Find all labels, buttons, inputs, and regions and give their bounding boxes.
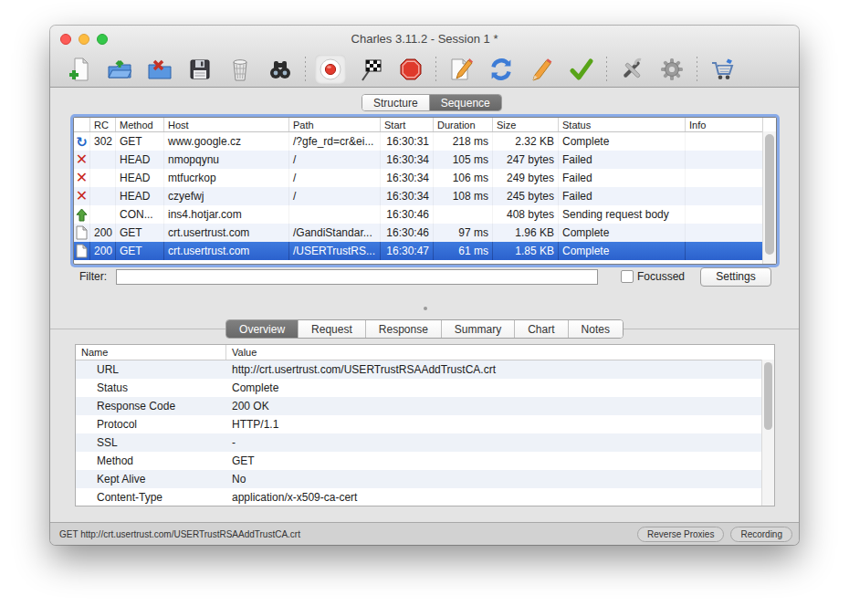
table-row-selected[interactable]: 200 GET crt.usertrust.com /USERTrustRS..… — [74, 242, 776, 260]
cell-rc — [90, 187, 116, 205]
throttle-button[interactable] — [359, 57, 383, 81]
cell-path — [289, 205, 381, 224]
settings-button[interactable] — [660, 57, 684, 81]
tools-button[interactable] — [620, 57, 644, 81]
overview-scrollbar[interactable] — [761, 360, 774, 506]
window-chrome: Charles 3.11.2 - Session 1 * — [50, 26, 799, 88]
tab-structure[interactable]: Structure — [362, 95, 429, 110]
column-header-duration[interactable]: Duration — [434, 118, 493, 131]
table-row[interactable]: ✕ HEAD nmopqynu / 16:30:34 105 ms 247 by… — [74, 151, 776, 169]
table-row[interactable]: CON... ins4.hotjar.com 16:30:46 408 byte… — [74, 205, 776, 224]
filter-row: Filter: Focussed Settings — [50, 266, 799, 287]
breakpoints-button[interactable] — [399, 57, 423, 81]
clear-session-button[interactable] — [228, 57, 252, 81]
column-header-status[interactable]: Status — [559, 118, 686, 131]
overview-row[interactable]: Method GET — [76, 452, 774, 470]
overview-scrollbar-thumb[interactable] — [764, 362, 772, 430]
save-session-button[interactable] — [188, 57, 212, 81]
table-row[interactable]: ↻ 302 GET www.google.cz /?gfe_rd=cr&ei..… — [74, 132, 776, 151]
shop-button[interactable] — [710, 57, 734, 81]
open-session-button[interactable] — [108, 57, 131, 81]
toolbar-separator — [435, 57, 436, 82]
app-window: Charles 3.11.2 - Session 1 * St — [50, 26, 799, 545]
overview-table: Name Value URL http://crt.usertrust.com/… — [75, 344, 775, 506]
cell-size: 2.32 KB — [493, 132, 559, 151]
tab-request[interactable]: Request — [298, 320, 365, 338]
cell-method: GET — [116, 132, 164, 151]
overview-row[interactable]: Response Code 200 OK — [76, 397, 774, 415]
tab-notes[interactable]: Notes — [568, 320, 623, 338]
column-header-info[interactable]: Info — [686, 118, 762, 131]
detail-tabbar: Overview Request Response Summary Chart … — [50, 319, 799, 339]
document-icon — [76, 244, 88, 258]
cell-status: Failed — [559, 169, 686, 187]
cell-path: / — [289, 169, 381, 187]
cell-method: HEAD — [116, 151, 164, 169]
column-header-rc[interactable]: RC — [90, 118, 116, 131]
overview-row[interactable]: Kept Alive No — [76, 470, 774, 488]
cell-host: crt.usertrust.com — [164, 224, 289, 242]
cell-duration: 61 ms — [434, 242, 493, 260]
document-icon — [76, 225, 88, 240]
cell-size: 1.85 KB — [493, 242, 559, 260]
tab-response[interactable]: Response — [365, 320, 441, 338]
filter-input[interactable] — [116, 269, 598, 285]
focussed-checkbox[interactable] — [621, 270, 634, 283]
close-session-button[interactable] — [148, 57, 172, 81]
tab-overview[interactable]: Overview — [226, 320, 298, 338]
table-scrollbar-thumb[interactable] — [765, 134, 774, 255]
cell-start: 16:30:31 — [381, 132, 434, 151]
column-header-value[interactable]: Value — [226, 345, 774, 360]
cell-path: /?gfe_rd=cr&ei... — [289, 132, 381, 151]
record-button[interactable] — [315, 55, 346, 84]
table-scrollbar[interactable] — [762, 131, 776, 264]
cell-duration: 218 ms — [434, 132, 493, 151]
column-header-icon[interactable] — [74, 118, 90, 131]
cell-rc: 200 — [90, 224, 116, 242]
toolbar — [50, 52, 799, 87]
binoculars-icon — [268, 57, 292, 81]
edit-button[interactable] — [529, 57, 553, 81]
cell-start: 16:30:34 — [381, 151, 434, 169]
row-value: application/x-x509-ca-cert — [226, 488, 774, 506]
column-header-name[interactable]: Name — [76, 345, 226, 360]
filter-settings-button[interactable]: Settings — [700, 267, 771, 287]
sequence-table-header: RC Method Host Path Start Duration Size … — [74, 118, 776, 132]
filter-label: Filter: — [79, 270, 107, 283]
overview-row[interactable]: URL http://crt.usertrust.com/USERTrustRS… — [76, 360, 774, 379]
cell-start: 16:30:34 — [381, 169, 434, 187]
toolbar-separator — [606, 57, 607, 82]
tab-sequence[interactable]: Sequence — [429, 95, 501, 110]
column-header-method[interactable]: Method — [116, 118, 164, 131]
table-row[interactable]: ✕ HEAD czyefwj / 16:30:34 108 ms 245 byt… — [74, 187, 776, 205]
sequence-table: RC Method Host Path Start Duration Size … — [73, 117, 777, 265]
cell-rc — [90, 205, 116, 224]
row-value: GET — [226, 452, 774, 470]
splitter-handle[interactable] — [424, 307, 427, 310]
repeat-button[interactable] — [489, 57, 513, 81]
column-header-size[interactable]: Size — [493, 118, 559, 131]
table-row[interactable]: ✕ HEAD mtfucrkop / 16:30:34 106 ms 249 b… — [74, 169, 776, 187]
overview-row[interactable]: Protocol HTTP/1.1 — [76, 415, 774, 433]
row-name: SSL — [76, 433, 226, 452]
compose-button[interactable] — [449, 57, 473, 81]
column-header-host[interactable]: Host — [164, 118, 289, 131]
new-session-button[interactable] — [68, 57, 91, 81]
tab-chart[interactable]: Chart — [514, 320, 567, 338]
column-header-start[interactable]: Start — [381, 118, 434, 131]
cell-duration: 108 ms — [434, 187, 493, 205]
shopping-cart-icon — [710, 57, 734, 81]
cell-status: Complete — [559, 224, 686, 242]
table-row[interactable]: 200 GET crt.usertrust.com /GandiStandar.… — [74, 224, 776, 242]
overview-row[interactable]: SSL - — [76, 433, 774, 452]
cell-size: 249 bytes — [493, 169, 559, 187]
row-name: Kept Alive — [76, 470, 226, 488]
pencil-icon — [529, 57, 553, 81]
validate-button[interactable] — [570, 57, 593, 81]
overview-row[interactable]: Content-Type application/x-x509-ca-cert — [76, 488, 774, 506]
tab-summary[interactable]: Summary — [441, 320, 514, 338]
find-button[interactable] — [268, 57, 292, 81]
row-value: http://crt.usertrust.com/USERTrustRSAAdd… — [226, 360, 774, 379]
column-header-path[interactable]: Path — [289, 118, 381, 131]
overview-row[interactable]: Status Complete — [76, 379, 774, 397]
